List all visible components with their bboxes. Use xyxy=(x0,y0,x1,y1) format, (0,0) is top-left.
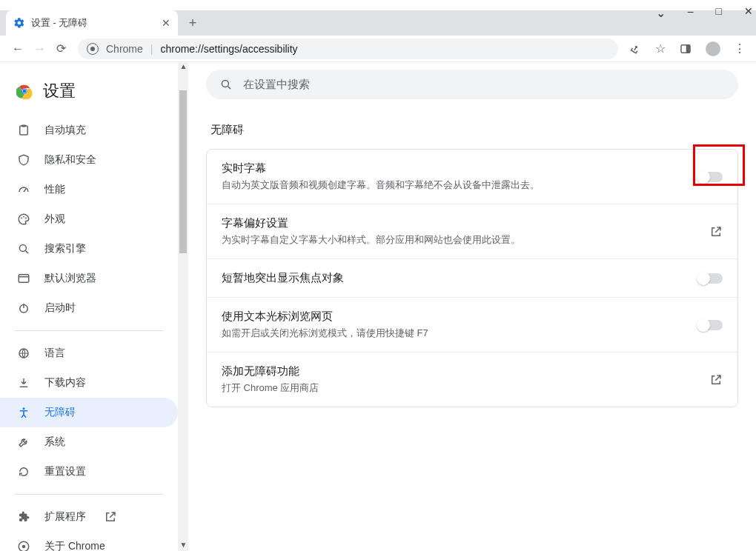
live-caption-toggle[interactable] xyxy=(697,172,723,182)
sidepanel-icon[interactable] xyxy=(679,42,692,56)
sidebar-item-download[interactable]: 下载内容 xyxy=(0,368,178,398)
sidebar-item-wrench[interactable]: 系统 xyxy=(0,427,178,457)
palette-icon xyxy=(16,213,31,226)
profile-avatar-icon[interactable] xyxy=(706,41,720,56)
window-controls: ⌄ – □ ✕ xyxy=(656,0,753,22)
browser-icon xyxy=(16,272,31,285)
sidebar-separator xyxy=(15,494,163,495)
svg-rect-7 xyxy=(21,125,26,127)
sidebar-item-label: 系统 xyxy=(44,435,65,449)
sidebar-item-shield[interactable]: 隐私和安全 xyxy=(0,145,178,175)
back-button[interactable]: ← xyxy=(12,42,24,56)
sidebar-item-palette[interactable]: 外观 xyxy=(0,204,178,234)
scroll-up-icon[interactable]: ▲ xyxy=(178,62,188,73)
focus-highlight-toggle[interactable] xyxy=(697,273,723,284)
setting-row-live-caption: 实时字幕自动为英文版音频和视频创建字幕。音频和字幕绝不会从设备中泄露出去。 xyxy=(207,150,737,204)
search-placeholder: 在设置中搜索 xyxy=(243,78,310,92)
sidebar-item-about[interactable]: 关于 Chrome xyxy=(0,532,178,551)
row-title: 实时字幕 xyxy=(222,161,540,176)
sidebar-scrollbar[interactable]: ▲ ▼ xyxy=(178,62,188,551)
open-external-icon[interactable] xyxy=(709,373,723,387)
open-external-icon xyxy=(104,510,117,524)
sidebar: 设置 自动填充隐私和安全性能外观搜索引擎默认浏览器启动时语言下载内容无障碍系统重… xyxy=(0,62,178,551)
search-icon xyxy=(219,78,233,91)
plus-icon: + xyxy=(189,16,197,31)
tab-close-icon[interactable]: ✕ xyxy=(162,17,170,29)
scroll-down-icon[interactable]: ▼ xyxy=(178,541,188,551)
url-separator: | xyxy=(150,43,153,55)
sidebar-item-label: 无障碍 xyxy=(44,406,76,419)
svg-point-20 xyxy=(23,407,25,410)
row-title: 使用文本光标浏览网页 xyxy=(222,310,428,324)
svg-rect-1 xyxy=(686,44,690,53)
settings-app: 设置 自动填充隐私和安全性能外观搜索引擎默认浏览器启动时语言下载内容无障碍系统重… xyxy=(0,62,756,551)
sidebar-item-search[interactable]: 搜索引擎 xyxy=(0,234,178,264)
gear-icon xyxy=(13,17,25,29)
sidebar-item-label: 自动填充 xyxy=(44,124,86,137)
share-icon[interactable] xyxy=(629,42,642,56)
svg-point-11 xyxy=(25,218,27,219)
window-close-icon[interactable]: ✕ xyxy=(744,5,753,17)
url-actions: ☆ ⋮ xyxy=(624,41,750,56)
forward-button[interactable]: → xyxy=(34,42,46,56)
url-path: chrome://settings/accessibility xyxy=(160,43,297,55)
row-title: 短暂地突出显示焦点对象 xyxy=(222,271,344,285)
reset-icon xyxy=(16,465,31,478)
window-minimize-icon[interactable]: – xyxy=(688,5,694,17)
globe-icon xyxy=(16,347,31,360)
new-tab-button[interactable]: + xyxy=(182,13,203,33)
sidebar-separator xyxy=(15,330,163,331)
sidebar-item-label: 启动时 xyxy=(44,301,76,315)
sidebar-item-speed[interactable]: 性能 xyxy=(0,175,178,204)
open-external-icon[interactable] xyxy=(709,225,723,238)
setting-row-caption-prefs[interactable]: 字幕偏好设置为实时字幕自定义字幕大小和样式。部分应用和网站也会使用此设置。 xyxy=(207,204,737,258)
setting-row-focus-highlight: 短暂地突出显示焦点对象 xyxy=(207,258,737,297)
sidebar-wrap: 设置 自动填充隐私和安全性能外观搜索引擎默认浏览器启动时语言下载内容无障碍系统重… xyxy=(0,62,188,551)
sidebar-item-label: 性能 xyxy=(44,183,65,196)
sidebar-item-browser[interactable]: 默认浏览器 xyxy=(0,264,178,293)
caret-browsing-toggle[interactable] xyxy=(697,320,723,330)
ext-icon xyxy=(16,510,31,524)
sidebar-item-reset[interactable]: 重置设置 xyxy=(0,457,178,487)
window-dropdown-icon[interactable]: ⌄ xyxy=(656,6,666,20)
chrome-logo-icon xyxy=(16,83,33,99)
sidebar-item-ext[interactable]: 扩展程序 xyxy=(0,502,178,532)
svg-line-24 xyxy=(228,86,231,89)
reload-button[interactable]: ⟳ xyxy=(56,41,66,56)
setting-row-add-a11y[interactable]: 添加无障碍功能打开 Chrome 应用商店 xyxy=(207,352,737,407)
row-subtitle: 如需开启或关闭光标浏览模式，请使用快捷键 F7 xyxy=(222,327,428,340)
bookmark-icon[interactable]: ☆ xyxy=(655,41,666,56)
speed-icon xyxy=(16,183,31,196)
sidebar-item-power[interactable]: 启动时 xyxy=(0,293,178,323)
svg-point-9 xyxy=(21,218,22,219)
svg-rect-14 xyxy=(19,275,29,283)
url-bar: ← → ⟳ Chrome | chrome://settings/accessi… xyxy=(0,36,756,62)
browser-tab[interactable]: 设置 - 无障碍 ✕ xyxy=(6,10,178,36)
settings-search-input[interactable]: 在设置中搜索 xyxy=(206,70,738,99)
scroll-thumb[interactable] xyxy=(179,90,187,253)
browser-menu-icon[interactable]: ⋮ xyxy=(734,41,746,56)
omnibox[interactable]: Chrome | chrome://settings/accessibility xyxy=(78,39,618,59)
svg-point-12 xyxy=(19,244,26,251)
sidebar-item-label: 关于 Chrome xyxy=(44,540,105,551)
sidebar-item-label: 搜索引擎 xyxy=(44,242,86,256)
sidebar-item-autofill[interactable]: 自动填充 xyxy=(0,116,178,145)
sidebar-item-label: 隐私和安全 xyxy=(44,153,96,167)
nav-icons: ← → ⟳ xyxy=(6,41,72,56)
sidebar-item-label: 语言 xyxy=(44,347,65,360)
sidebar-item-globe[interactable]: 语言 xyxy=(0,338,178,368)
sidebar-item-label: 默认浏览器 xyxy=(44,272,96,285)
power-icon xyxy=(16,301,31,315)
site-info-icon[interactable] xyxy=(87,43,99,55)
row-title: 添加无障碍功能 xyxy=(222,364,319,378)
row-title: 字幕偏好设置 xyxy=(222,216,520,230)
sidebar-item-label: 外观 xyxy=(44,213,65,226)
shield-icon xyxy=(16,153,31,167)
svg-rect-6 xyxy=(20,126,28,135)
wrench-icon xyxy=(16,435,31,449)
svg-line-8 xyxy=(24,189,26,192)
tab-strip: 设置 - 无障碍 ✕ + xyxy=(0,10,756,36)
window-maximize-icon[interactable]: □ xyxy=(716,5,722,17)
sidebar-item-a11y[interactable]: 无障碍 xyxy=(0,398,178,427)
svg-point-5 xyxy=(23,90,27,93)
